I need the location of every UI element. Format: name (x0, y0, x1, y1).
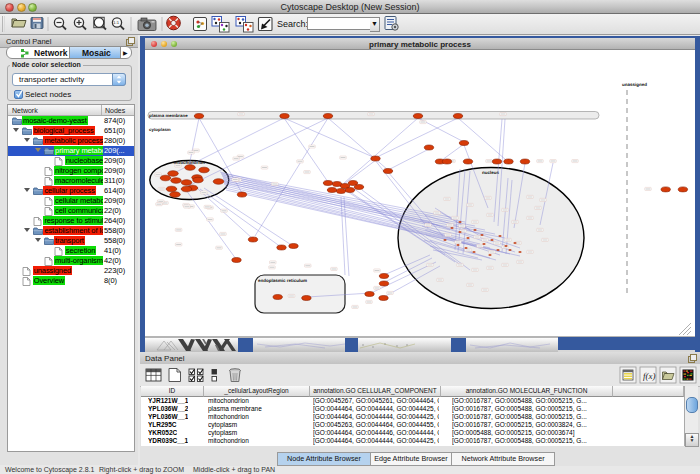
svg-text:plasma membrane: plasma membrane (149, 113, 188, 118)
svg-text:f(x): f(x) (643, 371, 656, 381)
svg-text:1:1: 1:1 (113, 20, 119, 25)
svg-text:unassigned: unassigned (622, 82, 647, 87)
svg-text:endoplasmic reticulum: endoplasmic reticulum (258, 278, 307, 283)
svg-text:cytoplasm: cytoplasm (149, 127, 171, 132)
svg-text:nucleus: nucleus (482, 170, 499, 175)
